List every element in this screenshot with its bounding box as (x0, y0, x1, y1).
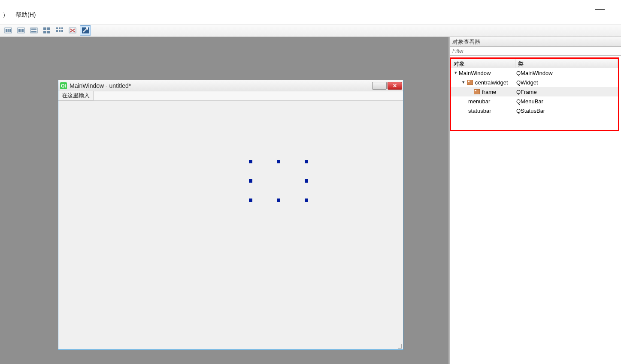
adjust-size-icon[interactable] (80, 25, 91, 36)
selected-widget-frame[interactable] (251, 162, 306, 200)
resize-handle-ml[interactable] (249, 179, 252, 183)
tree-node-class: QStatusBar (515, 108, 618, 114)
object-inspector-filter (450, 46, 621, 56)
tree-node-class: QMainWindow (515, 70, 618, 76)
tree-node-label: centralwidget (475, 79, 508, 86)
resize-handle-tm[interactable] (277, 160, 280, 163)
window-minimize-hint: — (595, 3, 605, 15)
preview-form-body[interactable] (58, 101, 403, 349)
resize-handle-mr[interactable] (305, 179, 308, 183)
object-tree-header: 对象 类 (451, 59, 618, 68)
svg-rect-8 (31, 29, 36, 30)
svg-rect-24 (467, 80, 473, 85)
tree-node-label: MainWindow (459, 70, 491, 76)
tree-row-statusbar[interactable]: statusbar QStatusBar (451, 106, 618, 115)
svg-rect-10 (43, 27, 46, 30)
tree-node-class: QFrame (515, 89, 618, 95)
tree-node-label: statusbar (468, 108, 491, 114)
svg-rect-2 (8, 29, 9, 32)
svg-rect-26 (474, 89, 480, 94)
object-column-header[interactable]: 对象 (451, 59, 515, 68)
tree-node-class: QMenuBar (515, 98, 618, 105)
preview-menu-hint[interactable]: 在这里输入 (58, 91, 94, 101)
preview-title: MainWindow - untitled* (70, 82, 372, 89)
layout-h-split-icon[interactable] (15, 25, 27, 36)
resize-handle-bl[interactable] (249, 199, 252, 202)
svg-rect-5 (18, 29, 21, 32)
close-button[interactable]: ✕ (388, 82, 402, 90)
layout-grid2-icon[interactable] (54, 25, 65, 36)
svg-rect-14 (56, 27, 58, 29)
layout-grid-icon[interactable] (41, 25, 52, 36)
tree-row-menubar[interactable]: menubar QMenuBar (451, 96, 618, 106)
tree-row-centralwidget[interactable]: ▾ centralwidget QWidget (451, 78, 618, 87)
preview-titlebar: Qt MainWindow - untitled* — ✕ (58, 80, 403, 91)
layout-horizontal-icon[interactable] (3, 25, 14, 36)
resize-handle-br[interactable] (305, 199, 308, 202)
toolbar (0, 24, 621, 37)
svg-rect-1 (6, 29, 7, 32)
object-tree: 对象 类 ▾ MainWindow QMainWindow ▾ (450, 57, 619, 131)
class-column-header[interactable]: 类 (515, 59, 618, 68)
filter-input[interactable] (450, 47, 621, 55)
tree-node-class: QWidget (515, 79, 618, 86)
svg-rect-9 (31, 31, 36, 33)
svg-rect-3 (9, 29, 11, 32)
minimize-button[interactable]: — (372, 82, 387, 90)
object-inspector-title: 对象查看器 (450, 37, 621, 46)
design-canvas[interactable]: Qt MainWindow - untitled* — ✕ 在这里输入 (0, 37, 449, 364)
svg-rect-18 (59, 30, 61, 32)
svg-rect-12 (43, 31, 46, 33)
svg-rect-17 (56, 30, 58, 32)
svg-rect-11 (47, 27, 50, 30)
qt-icon: Qt (60, 82, 67, 89)
break-layout-icon[interactable] (67, 25, 78, 36)
resize-handle-bm[interactable] (277, 199, 280, 202)
tree-row-mainwindow[interactable]: ▾ MainWindow QMainWindow (451, 68, 618, 78)
preview-window-buttons: — ✕ (372, 82, 402, 90)
menubar-item-help[interactable]: 帮助(H) (13, 9, 40, 21)
chevron-down-icon[interactable]: ▾ (460, 79, 467, 85)
tree-row-frame[interactable]: frame QFrame (451, 87, 618, 96)
object-inspector-panel: 对象查看器 对象 类 ▾ MainWindow QMainWindow (449, 37, 621, 364)
svg-rect-25 (468, 81, 470, 82)
resize-handle-tl[interactable] (249, 160, 252, 163)
window-resize-grip[interactable] (396, 343, 402, 349)
preview-window[interactable]: Qt MainWindow - untitled* — ✕ 在这里输入 (58, 80, 403, 350)
object-tree-body: ▾ MainWindow QMainWindow ▾ centralwidget… (451, 68, 618, 115)
tree-node-label: menubar (468, 98, 490, 105)
resize-handle-tr[interactable] (305, 160, 308, 163)
svg-rect-13 (47, 31, 50, 33)
svg-rect-6 (21, 29, 24, 32)
preview-menubar[interactable]: 在这里输入 (58, 91, 403, 101)
svg-rect-27 (475, 90, 476, 91)
main-area: Qt MainWindow - untitled* — ✕ 在这里输入 (0, 37, 621, 364)
svg-rect-15 (59, 27, 61, 29)
menubar-item-0[interactable]: ） (0, 9, 13, 21)
tree-node-label: frame (482, 89, 496, 95)
widget-icon (473, 89, 480, 95)
svg-rect-19 (61, 30, 63, 32)
layout-vertical-icon[interactable] (28, 25, 39, 36)
widget-icon (467, 79, 473, 85)
svg-rect-16 (61, 27, 63, 29)
app-menubar: ） 帮助(H) (0, 0, 621, 24)
chevron-down-icon[interactable]: ▾ (453, 70, 459, 75)
